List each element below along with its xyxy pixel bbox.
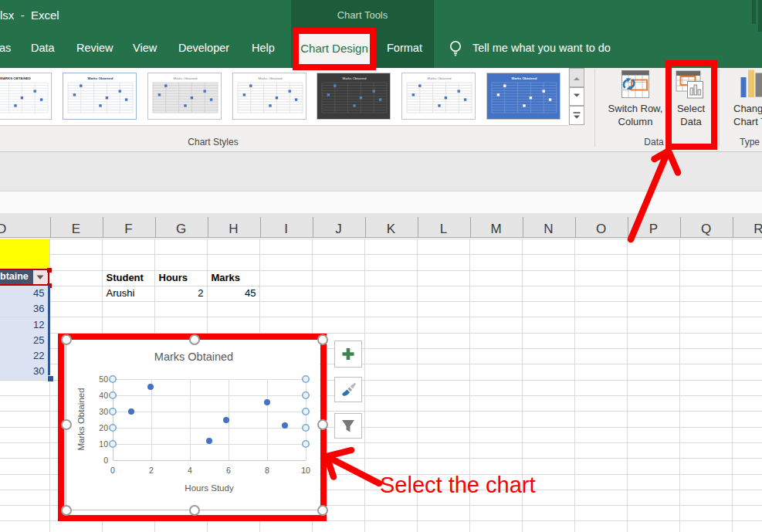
svg-text:Marks Obtained: Marks Obtained: [427, 76, 452, 80]
svg-text:Marks Obtained: Marks Obtained: [343, 76, 367, 80]
svg-text:Marks Obtained: Marks Obtained: [88, 76, 113, 80]
svg-text:Marks Obtained: Marks Obtained: [511, 76, 537, 80]
svg-text:MARKS OBTAINED: MARKS OBTAINED: [0, 76, 31, 80]
svg-text:Marks Obtained: Marks Obtained: [258, 76, 283, 80]
svg-text:Marks Obtained: Marks Obtained: [174, 76, 198, 80]
